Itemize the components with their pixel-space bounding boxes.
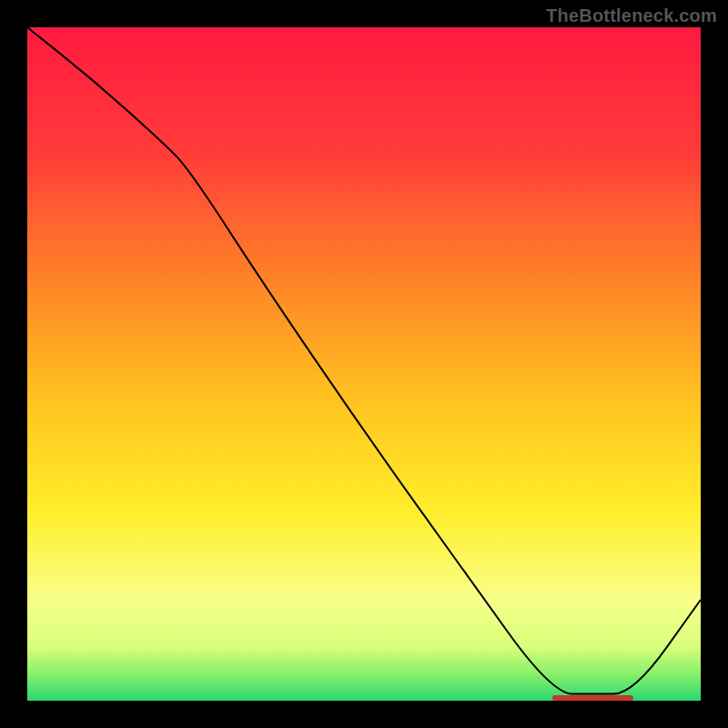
chart-frame: TheBottleneck.com [0,0,728,728]
bottleneck-curve [27,27,701,701]
watermark-text: TheBottleneck.com [546,5,717,26]
plot-area [27,27,701,701]
optimal-range-marker [552,695,633,701]
